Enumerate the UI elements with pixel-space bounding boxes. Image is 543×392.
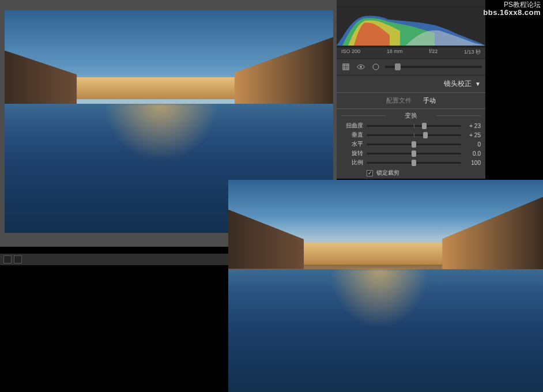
slider-rotate-value[interactable]: 0.0	[465, 150, 481, 157]
meta-iso: ISO 200	[341, 48, 360, 56]
slider-horizontal-label: 水平	[341, 140, 363, 148]
slider-scale-label: 比例	[341, 159, 363, 167]
panel-collapse-icon[interactable]: ▼	[475, 81, 481, 87]
histogram-meta: ISO 200 18 mm f/22 1/13 秒	[337, 47, 485, 59]
tab-profile[interactable]: 配置文件	[384, 95, 414, 106]
panel-title: 镜头校正	[444, 79, 472, 89]
constrain-crop-row[interactable]: ✓ 锁定裁剪	[337, 167, 485, 179]
slider-horizontal-value[interactable]: 0	[465, 141, 481, 148]
tool-slider-handle[interactable]	[395, 63, 401, 70]
result-photo	[228, 180, 543, 392]
slider-vertical-value[interactable]: + 25	[465, 132, 481, 138]
eye-tool-icon[interactable]	[355, 61, 367, 73]
panel-title-row[interactable]: 镜头校正 ▼	[337, 76, 485, 93]
slider-vertical-handle[interactable]	[423, 132, 428, 138]
slider-distortion-value[interactable]: + 23	[465, 123, 481, 129]
histogram[interactable]	[337, 6, 485, 47]
meta-focal: 18 mm	[387, 48, 403, 56]
slider-horizontal: 水平 0	[337, 140, 485, 149]
tab-manual[interactable]: 手动	[421, 95, 438, 106]
slider-scale-track[interactable]	[367, 162, 461, 164]
filmstrip-area	[0, 265, 231, 392]
watermark: PS教程论坛 bbs.16xx8.com	[483, 1, 541, 16]
develop-panel: ISO 200 18 mm f/22 1/13 秒 镜头校正 ▼ 配置文件 手动…	[337, 0, 485, 179]
svg-point-7	[373, 64, 379, 70]
filmstrip-grid-icon[interactable]	[3, 255, 12, 263]
photo-bridge	[77, 77, 235, 100]
slider-scale-value[interactable]: 100	[465, 160, 481, 166]
slider-scale-handle[interactable]	[412, 160, 416, 166]
slider-horizontal-track[interactable]	[367, 144, 461, 145]
slider-rotate: 旋转 0.0	[337, 149, 485, 158]
slider-vertical-label: 垂直	[341, 131, 363, 139]
svg-rect-0	[343, 64, 349, 70]
photo-reflection	[103, 104, 218, 161]
filmstrip-toolbar	[0, 254, 231, 265]
slider-horizontal-handle[interactable]	[412, 141, 416, 148]
histogram-header	[337, 0, 485, 6]
meta-shutter: 1/13 秒	[464, 48, 481, 56]
slider-distortion: 扭曲度 + 23	[337, 121, 485, 130]
slider-scale: 比例 100	[337, 158, 485, 167]
tool-row	[337, 59, 485, 76]
section-transform: 变换	[337, 109, 485, 121]
svg-point-6	[360, 66, 362, 68]
slider-rotate-handle[interactable]	[412, 150, 416, 157]
slider-vertical: 垂直 + 25	[337, 130, 485, 140]
circle-tool-icon[interactable]	[370, 61, 382, 73]
lens-tabs: 配置文件 手动	[337, 93, 485, 109]
slider-distortion-handle[interactable]	[422, 123, 427, 129]
slider-distortion-label: 扭曲度	[341, 122, 363, 130]
slider-rotate-label: 旋转	[341, 149, 363, 157]
watermark-line2: bbs.16xx8.com	[483, 9, 541, 16]
filmstrip-compare-icon[interactable]	[14, 255, 22, 263]
constrain-crop-label: 锁定裁剪	[376, 169, 399, 177]
slider-vertical-track[interactable]	[367, 134, 461, 136]
crop-tool-icon[interactable]	[340, 61, 352, 73]
tool-slider[interactable]	[385, 66, 482, 68]
slider-distortion-track[interactable]	[367, 125, 461, 127]
meta-aperture: f/22	[429, 48, 438, 56]
constrain-crop-checkbox[interactable]: ✓	[367, 170, 373, 176]
slider-rotate-track[interactable]	[367, 153, 461, 154]
